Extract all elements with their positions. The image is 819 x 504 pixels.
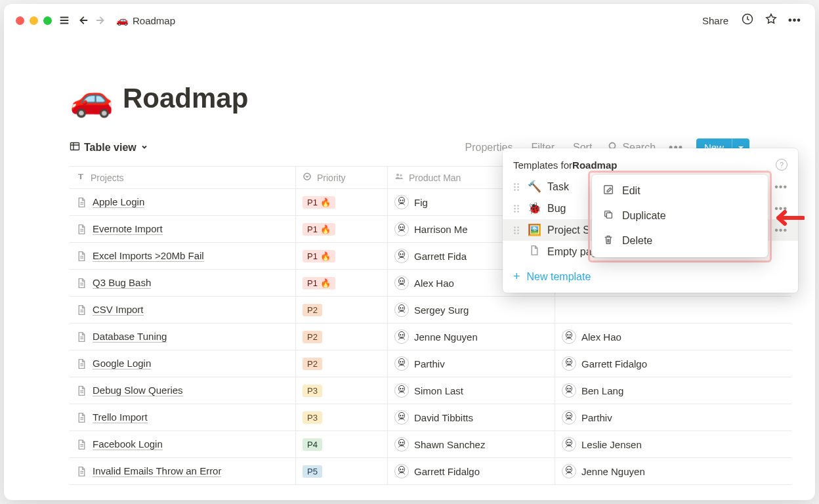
cell-priority[interactable]: P1 🔥 <box>296 243 388 269</box>
new-template-button[interactable]: + New template <box>503 263 798 284</box>
cell-extra[interactable]: Alex Hao <box>555 324 759 350</box>
breadcrumb-emoji: 🚗 <box>116 14 129 26</box>
cell-priority[interactable]: P1 🔥 <box>296 216 388 242</box>
table-row[interactable]: Database TuningP2Jenne NguyenAlex Hao <box>70 324 791 350</box>
avatar <box>394 383 409 398</box>
svg-point-52 <box>570 362 570 362</box>
updates-button[interactable] <box>739 12 756 29</box>
svg-point-88 <box>517 186 519 188</box>
template-more-button[interactable]: ••• <box>774 181 788 193</box>
cell-priority[interactable]: P3 <box>296 377 388 404</box>
minimize-window-button[interactable] <box>30 16 38 25</box>
drag-handle-icon[interactable] <box>513 204 521 213</box>
cell-pm[interactable]: Jenne Nguyen <box>388 324 555 350</box>
cell-priority[interactable]: P4 <box>296 431 388 457</box>
extra-name: Jenne Nguyen <box>581 466 645 477</box>
drag-handle-icon[interactable] <box>513 226 521 235</box>
cell-project[interactable]: Excel Imports >20Mb Fail <box>70 243 296 269</box>
cell-priority[interactable]: P2 <box>296 297 388 323</box>
template-more-button[interactable]: ••• <box>774 203 788 215</box>
sidebar-toggle-button[interactable] <box>58 14 70 26</box>
svg-point-84 <box>570 469 570 470</box>
svg-point-41 <box>402 335 403 335</box>
cell-pm[interactable]: Garrett Fidalgo <box>388 458 555 484</box>
cell-priority[interactable]: P1 🔥 <box>296 270 388 296</box>
plus-icon: + <box>513 270 520 284</box>
nav-back-button[interactable] <box>77 14 89 26</box>
cell-extra[interactable]: Garrett Fidalgo <box>555 350 759 377</box>
svg-point-90 <box>517 189 519 191</box>
cell-project[interactable]: Invalid Emails Throw an Error <box>70 458 296 484</box>
maximize-window-button[interactable] <box>43 16 52 25</box>
cell-extra[interactable] <box>555 297 759 323</box>
table-row[interactable]: CSV ImportP2Sergey Surg <box>70 297 791 324</box>
titlebar: 🚗 Roadmap Share ••• <box>4 4 815 37</box>
cell-pm[interactable]: Parthiv <box>388 350 555 377</box>
cell-extra[interactable]: Jenne Nguyen <box>555 458 759 484</box>
project-name: Excel Imports >20Mb Fail <box>93 250 204 262</box>
cell-extra[interactable]: Parthiv <box>555 404 759 430</box>
cell-pm[interactable]: Simon Last <box>388 377 555 404</box>
favorite-button[interactable] <box>763 12 780 29</box>
cell-project[interactable]: CSV Import <box>70 297 296 323</box>
column-header-priority[interactable]: Priority <box>296 167 388 188</box>
svg-point-95 <box>514 211 516 213</box>
cell-priority[interactable]: P1 🔥 <box>296 189 388 215</box>
share-button[interactable]: Share <box>698 12 732 29</box>
avatar <box>562 437 576 452</box>
duplicate-icon <box>602 209 614 223</box>
table-row[interactable]: Trello ImportP3David TibbittsParthiv <box>70 404 791 431</box>
cell-project[interactable]: Evernote Import <box>70 216 296 242</box>
template-more-button[interactable]: ••• <box>774 224 788 236</box>
cell-project[interactable]: Apple Login <box>70 189 296 215</box>
ctx-delete[interactable]: Delete <box>592 228 768 253</box>
cell-pm[interactable]: Shawn Sanchez <box>388 431 555 457</box>
arrow-left-icon <box>77 14 89 26</box>
svg-point-60 <box>570 388 570 389</box>
cell-priority[interactable]: P3 <box>296 404 388 430</box>
cell-pm[interactable]: Sergey Surg <box>388 297 555 323</box>
ctx-edit[interactable]: Edit <box>592 178 768 203</box>
template-emoji: 🖼️ <box>528 223 541 237</box>
ctx-duplicate[interactable]: Duplicate <box>592 203 768 228</box>
cell-project[interactable]: Q3 Bug Bash <box>70 270 296 296</box>
drag-handle-icon[interactable] <box>513 182 521 192</box>
svg-point-92 <box>517 205 519 207</box>
help-button[interactable]: ? <box>776 159 788 171</box>
avatar <box>394 195 409 209</box>
column-header-projects[interactable]: Projects <box>70 167 296 188</box>
svg-point-51 <box>567 362 568 362</box>
page-more-button[interactable]: ••• <box>786 12 803 29</box>
table-row[interactable]: Facebook LoginP4Shawn SanchezLeslie Jens… <box>70 431 791 458</box>
page-heading[interactable]: Roadmap <box>123 83 248 114</box>
pm-name: Jenne Nguyen <box>414 331 478 343</box>
cell-project[interactable]: Debug Slow Queries <box>70 377 296 404</box>
svg-point-91 <box>514 205 516 207</box>
page-icon <box>76 358 87 369</box>
cell-project[interactable]: Google Login <box>70 350 296 377</box>
cell-priority[interactable]: P2 <box>296 350 388 377</box>
page-icon <box>528 245 541 259</box>
cell-project[interactable]: Facebook Login <box>70 431 296 457</box>
svg-point-36 <box>402 308 403 308</box>
pm-name: Alex Hao <box>414 278 454 289</box>
cell-project[interactable]: Database Tuning <box>70 324 296 350</box>
page-emoji[interactable]: 🚗 <box>70 77 114 119</box>
pm-name: Simon Last <box>414 385 463 396</box>
nav-forward-button[interactable] <box>95 14 107 26</box>
table-row[interactable]: Google LoginP2ParthivGarrett Fidalgo <box>70 350 791 377</box>
priority-badge: P2 <box>303 304 322 316</box>
view-selector[interactable]: Table view <box>70 141 148 154</box>
cell-priority[interactable]: P2 <box>296 324 388 350</box>
table-row[interactable]: Debug Slow QueriesP3Simon LastBen Lang <box>70 377 791 404</box>
table-row[interactable]: Invalid Emails Throw an ErrorP5Garrett F… <box>70 458 791 485</box>
extra-name: Alex Hao <box>581 331 621 343</box>
cell-project[interactable]: Trello Import <box>70 404 296 430</box>
cell-extra[interactable]: Ben Lang <box>555 377 759 404</box>
cell-priority[interactable]: P5 <box>296 458 388 484</box>
svg-point-44 <box>570 335 570 335</box>
breadcrumb[interactable]: 🚗 Roadmap <box>116 14 175 26</box>
close-window-button[interactable] <box>16 16 24 25</box>
cell-pm[interactable]: David Tibbitts <box>388 404 555 430</box>
cell-extra[interactable]: Leslie Jensen <box>555 431 759 457</box>
